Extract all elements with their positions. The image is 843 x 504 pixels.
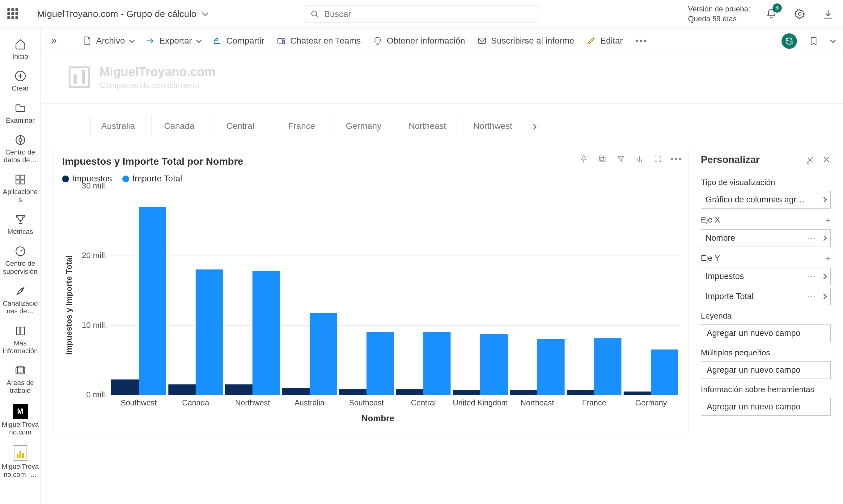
app-launcher-icon[interactable]	[7, 8, 19, 19]
bar-group[interactable]	[110, 186, 167, 395]
share-button[interactable]: Compartir	[213, 35, 264, 46]
bar[interactable]	[282, 388, 309, 395]
nav-report-active[interactable]: MiguelTroyano.com -…	[0, 442, 40, 482]
slicer-canada[interactable]: Canada	[151, 116, 207, 136]
more-icon[interactable]: ···	[807, 233, 816, 244]
edit-button[interactable]: Editar	[587, 35, 623, 46]
slicer-australia[interactable]: Australia	[90, 116, 146, 136]
settings-button[interactable]	[792, 6, 807, 21]
yaxis-field-2[interactable]: Importe Total ···	[701, 288, 831, 305]
bar[interactable]	[225, 384, 252, 395]
chevron-down-icon[interactable]	[830, 37, 836, 43]
slicer-france[interactable]: France	[274, 116, 329, 136]
more-options-icon[interactable]: •••	[671, 153, 682, 164]
plus-circle-icon	[14, 70, 27, 83]
bar[interactable]	[423, 332, 451, 395]
filter-icon[interactable]	[615, 153, 626, 164]
bar[interactable]	[510, 390, 537, 395]
nav-workspace-current[interactable]: M MiguelTroyano.com	[0, 400, 40, 440]
chart-visual[interactable]: ••• Impuestos y Importe Total por Nombre…	[53, 149, 688, 433]
bar-group[interactable]	[623, 186, 680, 395]
insights-button[interactable]: Obtener información	[373, 35, 465, 46]
bar[interactable]	[168, 384, 196, 395]
download-button[interactable]	[821, 6, 836, 21]
expand-nav-button[interactable]	[50, 37, 57, 45]
bar-group[interactable]	[509, 186, 566, 395]
gear-icon	[794, 8, 805, 19]
bar[interactable]	[339, 389, 366, 395]
bar[interactable]	[139, 207, 166, 395]
slicer-germany[interactable]: Germany	[335, 116, 392, 136]
notifications-button[interactable]: 4	[764, 6, 779, 21]
nav-create[interactable]: Crear	[0, 66, 40, 96]
more-icon[interactable]: ···	[807, 291, 816, 302]
subscribe-button[interactable]: Suscribirse al informe	[478, 35, 574, 46]
bar[interactable]	[480, 334, 507, 395]
legend-dot-importe	[122, 176, 129, 182]
bar[interactable]	[396, 389, 423, 395]
bar-group[interactable]	[566, 186, 623, 395]
erase-icon[interactable]	[805, 155, 814, 164]
bar[interactable]	[594, 338, 622, 395]
nav-pipelines[interactable]: Canalizaciones de…	[0, 281, 40, 319]
slicer-central[interactable]: Central	[213, 116, 268, 136]
nav-workspaces[interactable]: Áreas de trabajo	[0, 360, 40, 398]
nav-browse[interactable]: Examinar	[0, 98, 40, 128]
bar[interactable]	[537, 339, 564, 395]
slicer-northeast[interactable]: Northeast	[398, 116, 457, 136]
more-icon[interactable]: ···	[807, 271, 816, 282]
yaxis-field-1[interactable]: Impuestos ···	[701, 268, 831, 285]
add-xaxis-button[interactable]: +	[825, 214, 831, 226]
legend-add-field[interactable]: Agregar un nuevo campo	[701, 324, 831, 342]
data-hub-icon	[14, 133, 27, 146]
bar[interactable]	[453, 390, 480, 395]
bar[interactable]	[624, 392, 651, 395]
bar[interactable]	[567, 390, 594, 395]
bar-group[interactable]	[167, 186, 224, 395]
personalize-icon[interactable]	[634, 153, 645, 164]
x-tick: Germany	[623, 398, 680, 407]
bar[interactable]	[111, 379, 139, 395]
bar-group[interactable]	[452, 186, 509, 395]
nav-apps[interactable]: Aplicaciones	[0, 169, 40, 208]
bar-group[interactable]	[281, 186, 338, 395]
export-menu[interactable]: Exportar	[146, 35, 200, 46]
nav-metrics[interactable]: Métricas	[0, 209, 40, 239]
bar[interactable]	[252, 271, 280, 395]
x-tick: Southeast	[338, 398, 395, 407]
workspaces-icon	[14, 364, 27, 377]
vistype-field[interactable]: Gráfico de columnas agr…	[701, 191, 831, 209]
nav-monitor[interactable]: Centro de supervisión	[0, 241, 40, 279]
pane-title: Personalizar	[701, 153, 759, 166]
search-box[interactable]: Buscar	[304, 5, 539, 23]
focus-icon[interactable]	[652, 153, 663, 164]
tooltip-add-field[interactable]: Agregar un nuevo campo	[701, 398, 831, 416]
close-icon[interactable]	[822, 155, 831, 164]
bookmark-button[interactable]	[806, 34, 821, 49]
file-menu[interactable]: Archivo	[83, 35, 133, 46]
reset-button[interactable]	[782, 33, 797, 49]
pin-icon[interactable]	[578, 153, 589, 164]
more-button[interactable]: •••	[635, 35, 648, 46]
bar[interactable]	[310, 313, 337, 395]
bar-group[interactable]	[395, 186, 452, 395]
teams-chat-button[interactable]: Chatear en Teams	[276, 35, 361, 46]
nav-learn[interactable]: Más información	[0, 321, 40, 359]
bar[interactable]	[366, 332, 394, 395]
small-add-field[interactable]: Agregar un nuevo campo	[701, 361, 831, 379]
add-yaxis-button[interactable]: +	[825, 252, 831, 265]
workspace-logo-icon: M	[13, 404, 28, 419]
bar-group[interactable]	[224, 186, 281, 395]
copy-icon[interactable]	[597, 153, 608, 164]
breadcrumb[interactable]: MiguelTroyano.com - Grupo de cálculo	[37, 8, 207, 20]
slicer-northwest[interactable]: Northwest	[463, 116, 523, 136]
nav-home[interactable]: Inicio	[0, 34, 40, 64]
brand-logo-icon	[69, 67, 90, 88]
bar-group[interactable]	[338, 186, 395, 395]
bar[interactable]	[196, 269, 223, 395]
bar[interactable]	[651, 349, 678, 395]
xaxis-field[interactable]: Nombre ···	[701, 229, 831, 247]
nav-datahub[interactable]: Centro de datos de…	[0, 130, 40, 168]
slicer-next[interactable]	[529, 121, 539, 132]
y-tick: 20 mill.	[76, 250, 107, 261]
